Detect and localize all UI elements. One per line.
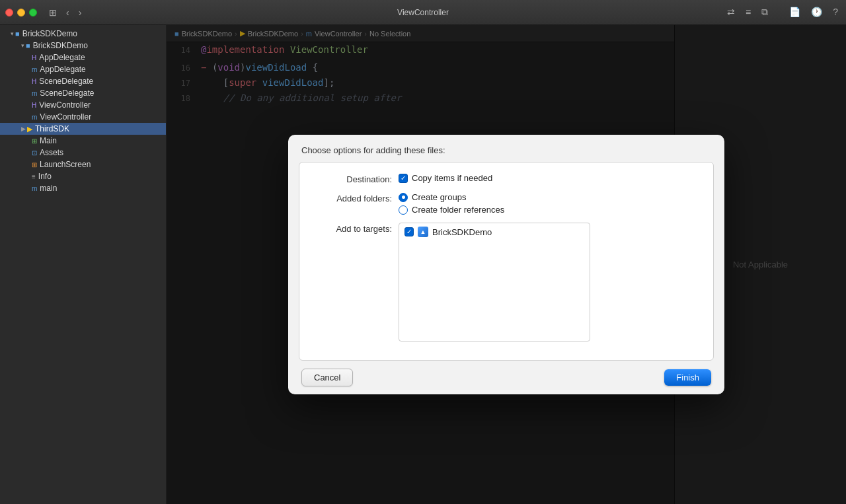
create-folder-refs-label: Create folder references (412, 205, 504, 215)
jump-bar-icon[interactable]: ⇄ (724, 7, 738, 18)
nav-forward-icon[interactable]: › (76, 7, 85, 18)
create-groups-radio[interactable] (399, 193, 408, 202)
copy-items-label: Copy items if needed (412, 173, 492, 183)
content-area: ■ BrickSDKDemo › ▶ BrickSDKDemo › m View… (167, 25, 846, 504)
added-folders-row: Added folders: Create groups Create fold… (313, 192, 700, 215)
split-view-icon[interactable]: ⧉ (759, 7, 771, 18)
target-bricksdk-icon: ▲ (418, 227, 428, 237)
sidebar-item-thirdsdk[interactable]: ▶ ▶ ThirdSDK (0, 123, 166, 135)
sidebar-item-appdelegate-m[interactable]: m AppDelegate (0, 63, 166, 75)
folders-controls: Create groups Create folder references (399, 192, 504, 215)
target-bricksdk-checkbox[interactable]: ✓ (404, 227, 414, 236)
sidebar-item-bricksdk-demo[interactable]: ▾ ■ BrickSDKDemo (0, 40, 166, 52)
sidebar-item-main[interactable]: ⊞ Main (0, 135, 166, 147)
modal-dialog: Choose options for adding these files: D… (288, 135, 724, 394)
finish-button[interactable]: Finish (664, 369, 711, 386)
history-icon[interactable]: 🕐 (808, 7, 825, 18)
traffic-lights (5, 9, 37, 17)
minimize-button[interactable] (17, 9, 25, 17)
create-folder-refs-radio[interactable] (399, 205, 408, 215)
cancel-button[interactable]: Cancel (301, 369, 353, 386)
modal-title: Choose options for adding these files: (301, 145, 445, 155)
create-folder-refs-row[interactable]: Create folder references (399, 205, 504, 215)
help-icon[interactable]: ? (830, 7, 841, 18)
file-icon[interactable]: 📄 (787, 7, 803, 18)
nav-back-icon[interactable]: ‹ (63, 7, 72, 18)
destination-row: Destination: ✓ Copy items if needed (313, 173, 700, 184)
sidebar-item-scenedelegate-m[interactable]: m SceneDelegate (0, 87, 166, 99)
destination-label: Destination: (313, 173, 392, 184)
sidebar-item-info[interactable]: ≡ Info (0, 170, 166, 182)
create-groups-row[interactable]: Create groups (399, 192, 504, 202)
targets-controls: ✓ ▲ BrickSDKDemo (399, 223, 590, 342)
sidebar-item-bricksdk-root[interactable]: ▾ ■ BrickSDKDemo (0, 28, 166, 40)
copy-items-row[interactable]: ✓ Copy items if needed (399, 173, 492, 183)
sidebar-item-viewcontroller-m[interactable]: m ViewController (0, 111, 166, 123)
modal-body: Destination: ✓ Copy items if needed (299, 162, 714, 361)
sidebar: ▾ ■ BrickSDKDemo ▾ ■ BrickSDKDemo H AppD… (0, 25, 167, 504)
copy-items-checkbox[interactable]: ✓ (399, 174, 408, 183)
sidebar-item-viewcontroller-h[interactable]: H ViewController (0, 99, 166, 111)
maximize-button[interactable] (29, 9, 37, 17)
modal-overlay: Choose options for adding these files: D… (167, 25, 846, 504)
main-layout: ▾ ■ BrickSDKDemo ▾ ■ BrickSDKDemo H AppD… (0, 25, 846, 504)
sidebar-item-launchscreen[interactable]: ⊞ LaunchScreen (0, 159, 166, 170)
sidebar-item-main-m[interactable]: m main (0, 182, 166, 194)
authors-icon[interactable]: ≡ (743, 7, 753, 18)
modal-footer: Cancel Finish (288, 361, 724, 394)
modal-header: Choose options for adding these files: (288, 135, 724, 162)
add-to-targets-label: Add to targets: (313, 223, 392, 234)
sidebar-toggle-icon[interactable]: ⊞ (46, 7, 59, 18)
toolbar: ⊞ ‹ › ViewController ⇄ ≡ ⧉ 📄 🕐 ? (0, 0, 846, 25)
target-row-bricksdk[interactable]: ✓ ▲ BrickSDKDemo (399, 223, 590, 240)
toolbar-title: ViewController (397, 8, 449, 17)
toolbar-right-icons: ⇄ ≡ ⧉ 📄 🕐 ? (724, 7, 841, 18)
target-bricksdk-name: BrickSDKDemo (432, 227, 492, 237)
add-to-targets-row: Add to targets: ✓ ▲ BrickSDKDemo (313, 223, 700, 342)
targets-list: ✓ ▲ BrickSDKDemo (399, 223, 590, 342)
added-folders-label: Added folders: (313, 192, 392, 203)
sidebar-item-appdelegate-h[interactable]: H AppDelegate (0, 52, 166, 63)
close-button[interactable] (5, 9, 13, 17)
sidebar-item-scenedelegate-h[interactable]: H SceneDelegate (0, 75, 166, 87)
sidebar-item-assets[interactable]: ⊡ Assets (0, 147, 166, 159)
destination-controls: ✓ Copy items if needed (399, 173, 492, 183)
create-groups-label: Create groups (412, 192, 466, 202)
